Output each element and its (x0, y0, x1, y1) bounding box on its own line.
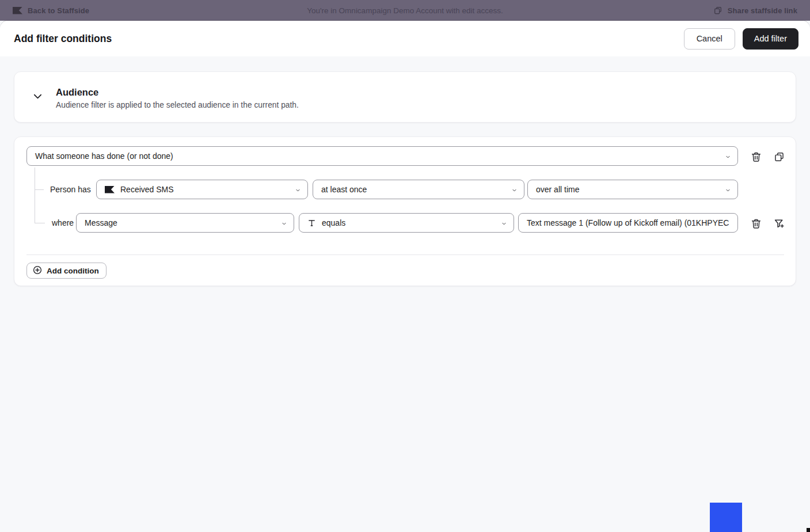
plus-circle-icon (33, 265, 42, 276)
chevron-down-icon (498, 219, 507, 227)
klaviyo-flag-icon (13, 7, 22, 14)
property-value: Message (85, 218, 117, 227)
event-dropdown[interactable]: Received SMS (96, 180, 308, 199)
chevron-down-icon[interactable] (32, 89, 43, 104)
back-to-staffside[interactable]: Back to Staffside (13, 6, 89, 15)
filter-condition-card: What someone has done (or not done) (14, 136, 796, 286)
delete-where-row-button[interactable] (751, 218, 762, 229)
blue-rectangle-artifact (710, 503, 742, 532)
copy-icon (713, 6, 722, 15)
card-divider (26, 254, 784, 255)
cursor-corner-mark (807, 528, 810, 532)
chevron-down-icon (722, 152, 731, 161)
audience-title: Audience (56, 87, 299, 98)
delete-condition-button[interactable] (751, 151, 762, 162)
text-type-icon (307, 219, 316, 227)
share-staffside-link[interactable]: Share staffside link (713, 6, 797, 15)
account-context-message: You're in Omnicampaign Demo Account with… (307, 6, 503, 15)
account-topbar: Back to Staffside You're in Omnicampaign… (0, 0, 810, 21)
cancel-button[interactable]: Cancel (684, 28, 735, 50)
add-filter-conditions-modal: Add filter conditions Cancel Add filter … (0, 21, 810, 532)
back-label: Back to Staffside (28, 6, 89, 15)
chevron-down-icon (292, 185, 301, 194)
chevron-down-icon (278, 219, 287, 227)
condition-type-dropdown[interactable]: What someone has done (or not done) (26, 146, 738, 166)
property-dropdown[interactable]: Message (76, 213, 294, 233)
chevron-down-icon (508, 185, 517, 194)
event-value: Received SMS (120, 185, 174, 194)
frequency-dropdown[interactable]: at least once (313, 180, 524, 199)
audience-section: Audience Audience filter is applied to t… (14, 71, 796, 123)
frequency-value: at least once (321, 185, 367, 194)
timeframe-dropdown[interactable]: over all time (527, 180, 738, 199)
duplicate-condition-button[interactable] (774, 151, 785, 162)
chevron-down-icon (722, 185, 731, 194)
condition-type-value: What someone has done (or not done) (35, 151, 173, 161)
share-label: Share staffside link (728, 6, 797, 15)
add-condition-button[interactable]: Add condition (26, 263, 107, 279)
klaviyo-flag-icon (105, 186, 115, 193)
add-filter-button[interactable]: Add filter (743, 28, 798, 50)
timeframe-value: over all time (536, 185, 579, 194)
audience-description: Audience filter is applied to the select… (56, 101, 299, 109)
value-input[interactable]: Text message 1 (Follow up of Kickoff ema… (518, 213, 738, 233)
modal-header: Add filter conditions Cancel Add filter (0, 21, 810, 56)
where-label: where (52, 213, 74, 233)
tree-connector-branch-2 (35, 223, 45, 223)
person-has-label: Person has (50, 180, 91, 199)
add-condition-label: Add condition (47, 267, 99, 275)
operator-dropdown[interactable]: equals (299, 213, 514, 233)
modal-title: Add filter conditions (14, 33, 112, 45)
filter-plus-icon-button[interactable] (774, 218, 785, 229)
tree-connector-branch-1 (35, 189, 44, 190)
tree-connector-vertical (35, 168, 35, 223)
operator-value: equals (322, 218, 345, 227)
value-text: Text message 1 (Follow up of Kickoff ema… (527, 218, 729, 227)
